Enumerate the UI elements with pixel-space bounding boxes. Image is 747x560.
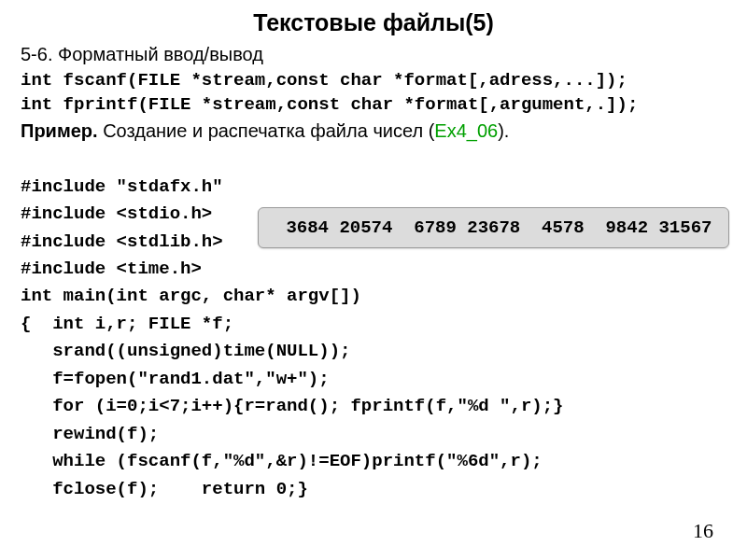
output-box: 3684 20574 6789 23678 4578 9842 31567 [258, 207, 729, 248]
code-line: fclose(f); return 0;} [21, 479, 308, 499]
example-description: Пример. Создание и распечатка файла чисе… [21, 120, 726, 142]
code-line: { int i,r; FILE *f; [21, 314, 233, 334]
code-line: #include <time.h> [21, 259, 202, 279]
fscanf-signature: int fscanf(FILE *stream,const char *form… [21, 69, 726, 93]
code-line: f=fopen("rand1.dat","w+"); [21, 369, 330, 389]
code-line: #include <stdio.h> [21, 203, 212, 224]
code-line: int main(int argc, char* argv[]) [21, 286, 361, 306]
fprintf-signature: int fprintf(FILE *stream,const char *for… [21, 93, 726, 118]
code-line: for (i=0;i<7;i++){r=rand(); fprintf(f,"%… [21, 396, 564, 416]
slide: Текстовые файлы(5) 5-6. Форматный ввод/в… [0, 0, 747, 560]
code-line: #include "stdafx.h" [21, 176, 223, 197]
section-heading: 5-6. Форматный ввод/вывод [21, 44, 726, 65]
example-ref: Ex4_06 [434, 120, 498, 141]
example-label: Пример. [21, 120, 98, 141]
code-line: rewind(f); [21, 424, 159, 444]
code-line: srand((unsigned)time(NULL)); [21, 341, 350, 361]
page-number: 16 [693, 519, 713, 543]
code-listing: #include "stdafx.h" #include <stdio.h> #… [21, 146, 726, 503]
output-text: 3684 20574 6789 23678 4578 9842 31567 [275, 217, 712, 238]
example-text: Создание и распечатка файла чисел ( [98, 120, 435, 141]
slide-title: Текстовые файлы(5) [21, 9, 726, 36]
code-line: #include <stdlib.h> [21, 231, 223, 252]
example-tail: ). [498, 120, 509, 141]
code-line: while (fscanf(f,"%d",&r)!=EOF)printf("%6… [21, 451, 543, 471]
